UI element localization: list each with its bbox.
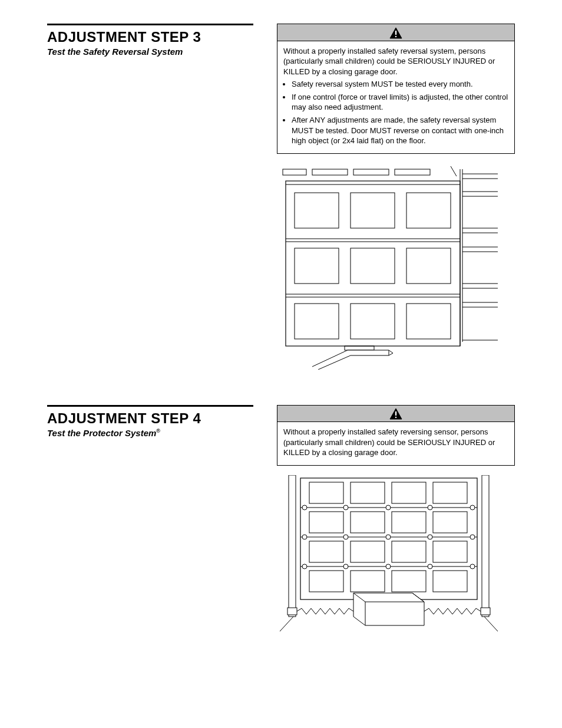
step3-warning-box: Without a properly installed safety reve… [277, 24, 515, 154]
svg-rect-51 [351, 512, 385, 533]
svg-rect-23 [351, 193, 395, 228]
step4-warning-intro: Without a properly installed safety reve… [283, 427, 508, 458]
svg-rect-61 [433, 571, 467, 592]
svg-rect-4 [353, 169, 389, 175]
step4-divider [47, 405, 253, 407]
svg-point-62 [302, 505, 307, 510]
svg-point-1 [395, 35, 397, 37]
step4-right-column: Without a properly installed safety reve… [277, 405, 515, 634]
step4-left-column: ADJUSTMENT STEP 4 Test the Protector Sys… [47, 405, 253, 634]
svg-rect-50 [309, 512, 343, 533]
svg-point-70 [428, 535, 432, 539]
step3-warning-body: Without a properly installed safety reve… [277, 41, 514, 153]
svg-point-76 [470, 564, 475, 569]
svg-point-64 [386, 505, 391, 510]
step4-subtitle: Test the Protector System® [47, 428, 253, 438]
step3-title: ADJUSTMENT STEP 3 [47, 29, 253, 45]
svg-rect-82 [287, 608, 297, 615]
svg-rect-34 [406, 304, 451, 339]
svg-rect-58 [309, 571, 343, 592]
svg-rect-5 [395, 169, 430, 175]
svg-rect-78 [289, 475, 296, 617]
svg-rect-47 [351, 482, 385, 503]
step3-left-column: ADJUSTMENT STEP 3 Test the Safety Revers… [47, 24, 253, 370]
svg-rect-2 [283, 169, 306, 175]
svg-rect-40 [395, 411, 396, 416]
svg-rect-20 [286, 181, 460, 346]
step3-subtitle: Test the Safety Reversal System [47, 47, 253, 57]
svg-point-69 [386, 535, 391, 539]
svg-rect-59 [351, 571, 385, 592]
svg-line-6 [451, 166, 457, 176]
svg-rect-29 [406, 248, 451, 284]
step3-bullet: If one control (force or travel limits) … [292, 92, 508, 113]
svg-rect-46 [309, 482, 343, 503]
adjustment-step-4: ADJUSTMENT STEP 4 Test the Protector Sys… [47, 405, 515, 634]
svg-rect-79 [482, 475, 489, 617]
svg-line-89 [484, 617, 498, 631]
svg-rect-22 [295, 193, 339, 228]
svg-rect-28 [351, 248, 395, 284]
svg-line-36 [389, 350, 393, 353]
step4-warning-header [277, 406, 514, 423]
svg-rect-53 [433, 512, 467, 533]
step4-warning-box: Without a properly installed safety reve… [277, 405, 515, 466]
step3-diagram [277, 163, 515, 370]
svg-point-41 [395, 417, 397, 419]
svg-rect-0 [395, 31, 396, 35]
svg-rect-35 [345, 346, 374, 350]
svg-point-75 [428, 564, 432, 569]
step3-warning-intro: Without a properly installed safety reve… [283, 46, 508, 77]
svg-point-63 [343, 505, 348, 510]
step3-divider [47, 24, 253, 25]
svg-line-88 [280, 617, 293, 631]
step4-title: ADJUSTMENT STEP 4 [47, 410, 253, 427]
svg-point-71 [470, 535, 475, 539]
step4-warning-body: Without a properly installed safety reve… [277, 422, 514, 465]
svg-point-74 [386, 564, 391, 569]
svg-rect-49 [433, 482, 467, 503]
svg-point-73 [343, 564, 348, 569]
svg-rect-48 [392, 482, 426, 503]
svg-rect-55 [351, 541, 385, 562]
svg-rect-33 [351, 304, 395, 339]
svg-rect-3 [312, 169, 348, 175]
svg-rect-52 [392, 512, 426, 533]
svg-point-67 [302, 535, 307, 539]
step3-bullet: After ANY adjustments are made, the safe… [292, 115, 508, 146]
svg-rect-57 [433, 541, 467, 562]
svg-point-72 [302, 564, 307, 569]
warning-icon [389, 25, 402, 38]
svg-line-37 [389, 353, 393, 355]
step3-right-column: Without a properly installed safety reve… [277, 24, 515, 370]
step3-warning-header [277, 24, 514, 41]
svg-rect-60 [392, 571, 426, 592]
svg-rect-83 [481, 608, 490, 615]
svg-rect-27 [295, 248, 339, 284]
step3-bullet-list: Safety reversal system MUST be tested ev… [283, 79, 508, 146]
svg-rect-56 [392, 541, 426, 562]
svg-point-68 [343, 535, 348, 539]
svg-point-65 [428, 505, 432, 510]
step3-bullet: Safety reversal system MUST be tested ev… [292, 79, 508, 90]
adjustment-step-3: ADJUSTMENT STEP 3 Test the Safety Revers… [47, 24, 515, 370]
warning-icon [389, 407, 402, 420]
svg-rect-54 [309, 541, 343, 562]
svg-rect-24 [406, 193, 451, 228]
step4-diagram [277, 475, 515, 634]
svg-rect-32 [295, 304, 339, 339]
svg-point-66 [470, 505, 475, 510]
